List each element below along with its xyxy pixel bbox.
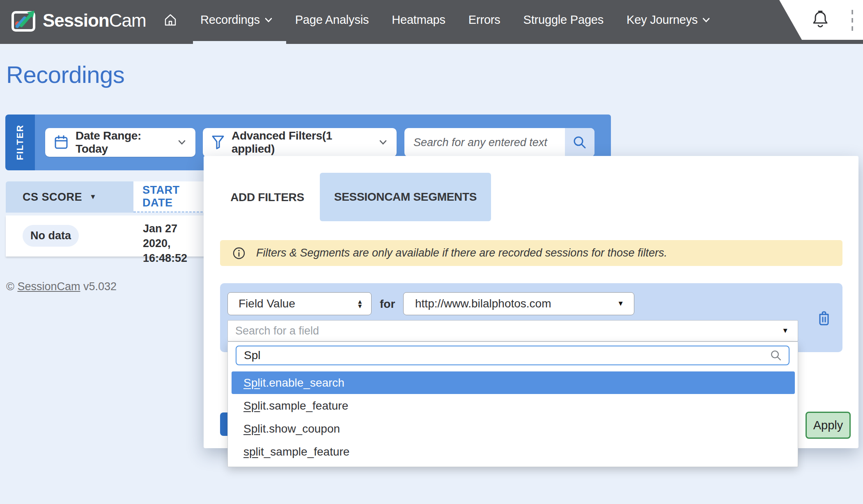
info-banner: Filters & Segments are only available if… <box>220 240 842 266</box>
cs-score-header-label: CS SCORE <box>23 191 82 204</box>
site-select[interactable]: http://www.bilalphotos.com ▼ <box>403 292 634 315</box>
date-range-label: Date Range: Today <box>76 129 171 156</box>
column-header-start-date[interactable]: START DATE <box>133 181 207 213</box>
nav-item-label: Recordings <box>200 13 260 27</box>
start-date-header-label: START DATE <box>142 184 207 209</box>
nav-menu: Recordings Page Analysis Heatmaps Errors… <box>163 0 710 40</box>
chevron-down-icon <box>178 140 186 145</box>
brand-logo[interactable]: SessionCam <box>11 9 146 32</box>
column-header-cs-score[interactable]: CS SCORE ▼ <box>6 181 133 213</box>
apply-button[interactable]: Apply <box>806 412 851 439</box>
tab-sessioncam-segments[interactable]: SESSIONCAM SEGMENTS <box>320 173 491 221</box>
nav-item-label: Page Analysis <box>295 13 369 27</box>
field-search-combobox[interactable]: Search for a field ▼ <box>227 320 798 341</box>
filter-side-tab[interactable]: FILTER <box>5 115 35 170</box>
brand-name: SessionCam <box>43 10 146 31</box>
more-menu-icon[interactable] <box>851 9 854 34</box>
add-filters-tab-label: ADD FILTERS <box>230 191 304 204</box>
sort-descending-icon: ▼ <box>90 193 96 201</box>
field-combobox-placeholder: Search for a field <box>235 325 319 337</box>
nav-home-button[interactable] <box>163 13 177 27</box>
table-row[interactable]: No data Jan 27 2020, 16:48:52 <box>6 215 207 257</box>
version-label: v5.032 <box>83 280 117 293</box>
field-option[interactable]: Split.sample_feature <box>232 394 795 417</box>
nav-item-label: Errors <box>468 13 500 27</box>
segments-tab-label: SESSIONCAM SEGMENTS <box>334 190 477 204</box>
search-input[interactable] <box>404 128 565 157</box>
sessioncam-logo-icon <box>11 9 37 32</box>
footer-copyright: © SessionCam v5.032 <box>6 280 117 293</box>
filter-funnel-icon <box>211 135 225 150</box>
start-date-cell: Jan 27 2020, 16:48:52 <box>143 221 207 266</box>
field-options-listbox: Spl Split.enable_search Split.sample_fea… <box>227 341 798 467</box>
field-option[interactable]: Split.enable_search <box>232 371 795 394</box>
trash-icon <box>817 310 831 326</box>
field-type-select[interactable]: Field Value ▲▼ <box>227 292 372 315</box>
apply-button-label: Apply <box>813 419 843 432</box>
search-submit-button[interactable] <box>565 128 594 157</box>
nav-item-struggle-pages[interactable]: Struggle Pages <box>523 13 604 27</box>
nav-item-page-analysis[interactable]: Page Analysis <box>295 13 369 27</box>
recordings-page: SessionCam Recordings Page Analysis <box>0 0 863 504</box>
advanced-filters-label: Advanced Filters(1 applied) <box>232 129 373 156</box>
field-option[interactable]: Split.show_coupon <box>232 417 795 440</box>
search-icon <box>572 135 587 150</box>
dropdown-arrow-icon: ▼ <box>617 300 624 308</box>
nav-item-label: Struggle Pages <box>523 13 604 27</box>
advanced-filters-panel: ADD FILTERS SESSIONCAM SEGMENTS Filters … <box>204 156 858 448</box>
nav-item-label: Heatmaps <box>392 13 445 27</box>
search-icon <box>770 349 782 362</box>
active-tab-notch <box>193 41 286 44</box>
nav-item-key-journeys[interactable]: Key Journeys <box>627 13 710 27</box>
top-nav: SessionCam Recordings Page Analysis <box>0 0 863 44</box>
for-label: for <box>380 298 395 311</box>
nav-item-heatmaps[interactable]: Heatmaps <box>392 13 445 27</box>
notifications-bell-icon[interactable] <box>811 10 829 30</box>
nav-item-recordings[interactable]: Recordings <box>200 13 272 27</box>
field-type-value: Field Value <box>239 297 295 310</box>
chevron-down-icon <box>702 18 710 23</box>
nav-item-errors[interactable]: Errors <box>468 13 500 27</box>
text-search-field <box>404 128 594 157</box>
delete-filter-button[interactable] <box>817 310 831 326</box>
info-icon <box>232 247 246 260</box>
field-search-input[interactable]: Spl <box>244 349 770 362</box>
field-option[interactable]: split_sample_feature <box>232 440 795 463</box>
select-spinner-icon: ▲▼ <box>357 299 363 308</box>
advanced-filters-button[interactable]: Advanced Filters(1 applied) <box>203 128 397 157</box>
field-search-input-wrap: Spl <box>236 346 790 365</box>
page-title: Recordings <box>6 61 124 88</box>
filter-tab-label: FILTER <box>15 124 25 160</box>
site-value: http://www.bilalphotos.com <box>415 297 551 310</box>
dropdown-arrow-icon: ▼ <box>782 327 789 335</box>
cs-score-badge: No data <box>23 225 79 247</box>
nav-item-label: Key Journeys <box>627 13 698 27</box>
sessioncam-footer-link[interactable]: SessionCam <box>17 280 80 293</box>
calendar-icon <box>54 135 68 150</box>
date-range-button[interactable]: Date Range: Today <box>45 128 195 157</box>
chevron-down-icon <box>265 18 272 23</box>
tab-add-filters[interactable]: ADD FILTERS <box>220 180 314 215</box>
info-banner-text: Filters & Segments are only available if… <box>256 247 667 259</box>
home-icon <box>163 13 177 27</box>
chevron-down-icon <box>379 140 387 145</box>
